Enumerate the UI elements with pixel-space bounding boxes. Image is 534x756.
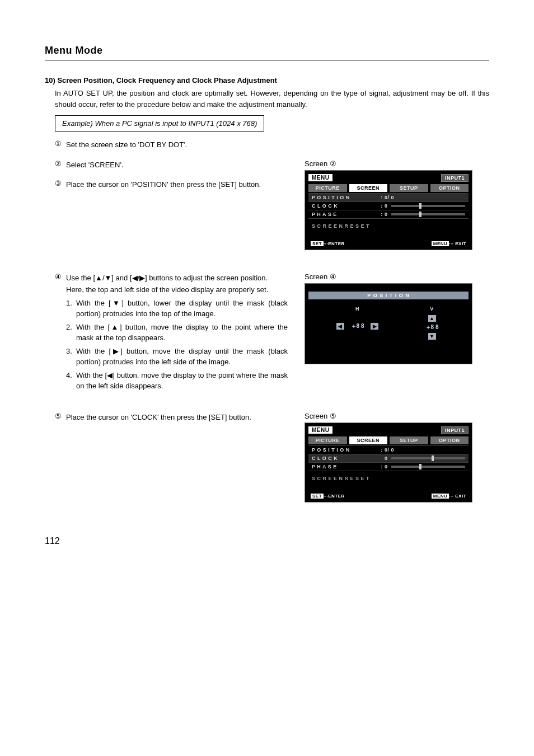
osd-input-chip: INPUT1 bbox=[441, 174, 469, 182]
key-menu: MENU bbox=[409, 350, 435, 360]
key-set: SET bbox=[312, 350, 329, 360]
osd-screen-4: P O S I T I O N H ◀ ＋8 8 ▶ V ▲ bbox=[305, 283, 472, 364]
slider bbox=[391, 205, 465, 207]
step-3: ③ Place the cursor on 'POSITION' then pr… bbox=[55, 179, 288, 190]
osd-input-chip: INPUT1 bbox=[441, 426, 469, 434]
key-menu: MENU bbox=[432, 241, 449, 246]
osd-screen-2: MENU INPUT1 PICTURE SCREEN SETUP OPTION … bbox=[305, 170, 472, 250]
osd-tab-picture[interactable]: PICTURE bbox=[308, 436, 347, 444]
key-menu: MENU bbox=[432, 494, 449, 499]
step-2: ② Select 'SCREEN'. bbox=[55, 159, 288, 171]
step-4: ④ Use the [▲/▼] and [◀/▶] buttons to adj… bbox=[55, 273, 288, 392]
osd-row-position[interactable]: P O S I T I O N : 0/ 0 bbox=[308, 445, 469, 454]
step-4-sub1: With the [▼] button, lower the display u… bbox=[76, 298, 288, 320]
example-box: Example) When a PC signal is input to IN… bbox=[55, 115, 264, 132]
key-set: SET bbox=[311, 241, 324, 246]
osd-row-clock-label: C L O C K bbox=[312, 456, 379, 461]
osd-menu-chip: MENU bbox=[308, 174, 332, 181]
step-3-text: Place the cursor on 'POSITION' then pres… bbox=[66, 179, 288, 190]
step-4-text: Use the [▲/▼] and [◀/▶] buttons to adjus… bbox=[66, 274, 268, 282]
osd2-v-value: ＋8 8 bbox=[423, 323, 441, 332]
osd-tab-setup[interactable]: SETUP bbox=[390, 184, 428, 192]
step-2-marker: ② bbox=[55, 159, 66, 171]
osd-tab-option[interactable]: OPTION bbox=[430, 184, 469, 192]
osd-row-position-label: P O S I T I O N bbox=[312, 447, 379, 453]
osd-row-clock[interactable]: C L O C K 0 bbox=[308, 454, 469, 462]
osd-row-phase-value: 0 bbox=[385, 464, 388, 469]
osd-tab-option[interactable]: OPTION bbox=[430, 436, 469, 444]
arrow-right-icon[interactable]: ▶ bbox=[371, 323, 378, 330]
arrow-left-icon[interactable]: ◀ bbox=[336, 323, 344, 330]
step-5-marker: ⑤ bbox=[55, 412, 66, 423]
osd-row-clock-value: 0 bbox=[385, 456, 388, 461]
osd-screen-5: MENU INPUT1 PICTURE SCREEN SETUP OPTION … bbox=[305, 422, 472, 503]
osd-row-reset[interactable]: S C R E E N R E S E T bbox=[308, 471, 469, 492]
step-4-note: Here, the top and left side of the video… bbox=[66, 284, 288, 295]
arrow-up-icon[interactable]: ▲ bbox=[428, 315, 436, 322]
step-1: ① Set the screen size to 'DOT BY DOT'. bbox=[55, 139, 489, 151]
osd2-h-label: H bbox=[355, 306, 359, 312]
osd-row-phase[interactable]: P H A S E : 0 bbox=[308, 462, 469, 471]
slider bbox=[391, 213, 465, 215]
arrow-down-icon[interactable]: ▼ bbox=[428, 333, 436, 340]
osd-row-position[interactable]: P O S I T I O N : 0/ 0 bbox=[308, 193, 469, 201]
footer-set: ··· SET bbox=[329, 350, 357, 360]
osd-row-phase[interactable]: P H A S E : 0 bbox=[308, 210, 469, 218]
osd-row-clock-value: 0 bbox=[385, 203, 388, 209]
step-4-sub4: With the [◀] button, move the display to… bbox=[76, 370, 288, 392]
step-3-marker: ③ bbox=[55, 179, 66, 190]
page-title: Menu Mode bbox=[45, 45, 489, 60]
slider bbox=[391, 457, 465, 459]
caption-screen-4: Screen ④ bbox=[305, 273, 489, 281]
footer-enter: ···ENTER bbox=[324, 241, 345, 246]
osd-tab-picture[interactable]: PICTURE bbox=[308, 184, 347, 192]
section-heading: 10) Screen Position, Clock Frequency and… bbox=[45, 76, 489, 84]
footer-exit: ··· EXIT bbox=[435, 350, 465, 360]
step-2-text: Select 'SCREEN'. bbox=[66, 159, 288, 171]
osd-row-clock[interactable]: C L O C K : 0 bbox=[308, 201, 469, 210]
osd-row-reset[interactable]: S C R E E N R E S E T bbox=[308, 218, 469, 240]
osd2-h-value: ＋8 8 bbox=[349, 322, 367, 331]
osd-row-position-label: P O S I T I O N bbox=[312, 195, 379, 200]
footer-enter: ···ENTER bbox=[324, 494, 345, 499]
page-number: 112 bbox=[45, 536, 489, 546]
osd-row-phase-label: P H A S E bbox=[312, 212, 379, 217]
osd2-title: P O S I T I O N bbox=[308, 292, 469, 299]
section-intro: In AUTO SET UP, the position and clock a… bbox=[45, 88, 489, 110]
step-4-sub2: With the [▲] button, move the display to… bbox=[76, 322, 288, 344]
osd-tab-screen[interactable]: SCREEN bbox=[349, 436, 388, 444]
caption-screen-2: Screen ② bbox=[305, 159, 489, 168]
step-5-text: Place the cursor on 'CLOCK' then press t… bbox=[66, 412, 288, 423]
step-5: ⑤ Place the cursor on 'CLOCK' then press… bbox=[55, 412, 288, 423]
osd-tab-setup[interactable]: SETUP bbox=[390, 436, 428, 444]
step-1-marker: ① bbox=[55, 139, 66, 151]
caption-screen-5: Screen ⑤ bbox=[305, 412, 489, 420]
osd-menu-chip: MENU bbox=[308, 426, 332, 434]
footer-exit: ··· EXIT bbox=[449, 241, 466, 246]
footer-exit: ··· EXIT bbox=[449, 494, 466, 499]
osd-row-position-value: 0/ 0 bbox=[385, 195, 465, 200]
osd-row-phase-value: 0 bbox=[385, 212, 388, 217]
osd2-v-label: V bbox=[430, 306, 434, 312]
slider bbox=[391, 466, 465, 468]
step-1-text: Set the screen size to 'DOT BY DOT'. bbox=[66, 139, 489, 151]
step-4-marker: ④ bbox=[55, 273, 66, 392]
key-set: SET bbox=[311, 494, 324, 499]
step-4-sub3: With the [▶] button, move the display un… bbox=[76, 346, 288, 368]
osd-tab-screen[interactable]: SCREEN bbox=[349, 184, 388, 192]
osd-row-position-value: 0/ 0 bbox=[385, 447, 465, 453]
osd-row-phase-label: P H A S E bbox=[312, 464, 379, 469]
osd-row-clock-label: C L O C K bbox=[312, 203, 379, 209]
